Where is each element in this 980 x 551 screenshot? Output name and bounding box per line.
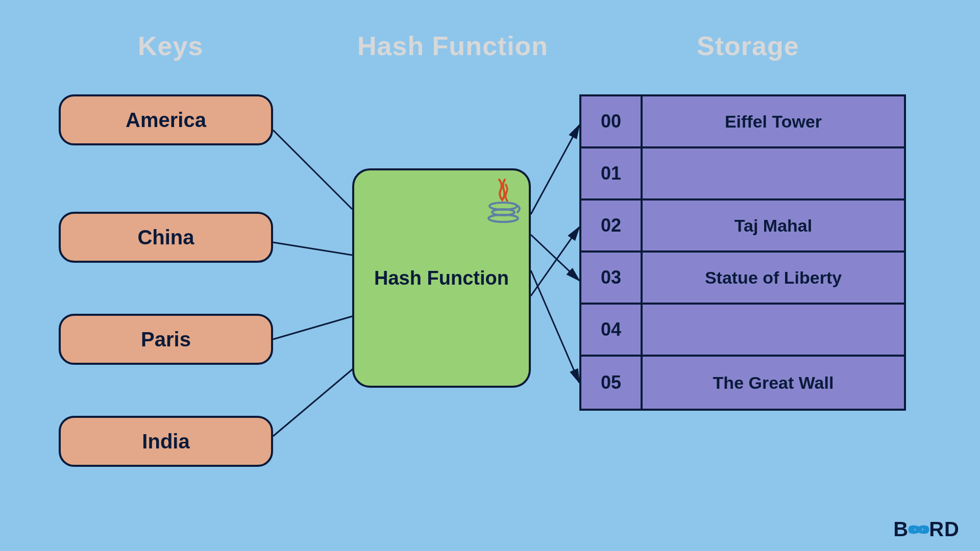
svg-line-8 — [531, 270, 579, 383]
storage-value: Taj Mahal — [643, 201, 904, 251]
storage-row: 03 Statue of Liberty — [581, 253, 904, 305]
storage-index: 00 — [581, 96, 643, 146]
hash-function-box: Hash Function — [352, 168, 531, 388]
storage-index: 05 — [581, 357, 643, 409]
header-hash-function: Hash Function — [357, 31, 548, 61]
key-label: Paris — [141, 328, 191, 351]
storage-value — [643, 305, 904, 355]
key-item: Paris — [59, 314, 273, 365]
storage-row: 05 The Great Wall — [581, 357, 904, 409]
brand-part1: B — [893, 518, 909, 541]
storage-value: The Great Wall — [643, 357, 904, 409]
storage-index: 03 — [581, 253, 643, 303]
storage-row: 01 — [581, 148, 904, 201]
brand-part2: RD — [929, 518, 960, 541]
svg-line-1 — [273, 130, 352, 209]
header-storage: Storage — [697, 31, 799, 61]
storage-row: 04 — [581, 305, 904, 357]
infinity-icon — [908, 522, 930, 537]
storage-row: 02 Taj Mahal — [581, 201, 904, 253]
svg-line-7 — [531, 235, 579, 281]
svg-line-6 — [531, 227, 579, 296]
key-label: India — [142, 430, 189, 453]
storage-index: 02 — [581, 201, 643, 251]
brand-logo: B RD — [893, 518, 960, 541]
storage-value — [643, 148, 904, 198]
storage-value: Statue of Liberty — [643, 253, 904, 303]
storage-index: 01 — [581, 148, 643, 198]
key-label: China — [137, 226, 194, 249]
key-item: America — [59, 94, 273, 145]
key-item: China — [59, 212, 273, 263]
header-keys: Keys — [138, 31, 203, 61]
storage-value: Eiffel Tower — [643, 96, 904, 146]
svg-line-2 — [273, 242, 352, 255]
key-item: India — [59, 416, 273, 467]
key-label: America — [126, 109, 206, 132]
storage-index: 04 — [581, 305, 643, 355]
svg-line-5 — [531, 125, 579, 214]
svg-line-4 — [273, 367, 355, 436]
hash-function-label: Hash Function — [374, 267, 509, 289]
svg-line-3 — [273, 316, 352, 339]
storage-table: 00 Eiffel Tower 01 02 Taj Mahal 03 Statu… — [579, 94, 906, 411]
java-icon — [485, 176, 521, 227]
storage-row: 00 Eiffel Tower — [581, 96, 904, 148]
